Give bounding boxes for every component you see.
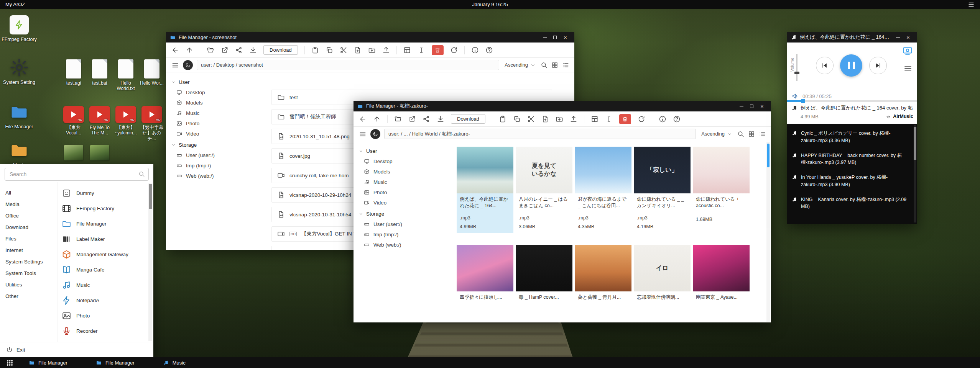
copy-icon[interactable] [326, 46, 333, 54]
playlist-scrollbar[interactable] [914, 125, 916, 222]
sort-dropdown[interactable]: Ascending [503, 62, 537, 68]
taskbar-task[interactable]: File Manager [23, 357, 73, 368]
file-tile[interactable]: イロ 忘却廃慨仕傍演隅... [634, 245, 691, 315]
minimize-button[interactable] [539, 32, 550, 43]
file-tile[interactable]: 「寂しい」 命に嫌われている _ _ カンザキイオリ... .mp3 4.19M… [634, 147, 691, 233]
titlebar[interactable]: 例えば、今此処に置かれた花に _ 164 c... × [787, 32, 917, 43]
volume-up-button[interactable] [794, 46, 799, 51]
desktop-media-file[interactable] [61, 145, 86, 160]
app-item[interactable]: Management Gateway [62, 247, 148, 262]
search-input[interactable] [5, 168, 149, 181]
close-button[interactable]: × [903, 32, 913, 43]
help-icon[interactable] [673, 115, 681, 123]
sidebar-section-storage[interactable]: Storage [359, 211, 454, 217]
app-item[interactable]: Photo [62, 308, 148, 323]
sidebar-item[interactable]: Web (web:/) [359, 240, 454, 250]
maximize-button[interactable] [747, 101, 757, 111]
maximize-button[interactable] [550, 32, 560, 43]
sidebar-section-user[interactable]: User [171, 79, 266, 85]
category-item[interactable]: System Tools [5, 267, 58, 279]
category-item[interactable]: Internet [5, 244, 58, 256]
up-button[interactable] [373, 115, 381, 123]
copy-icon[interactable] [513, 115, 521, 123]
file-tile[interactable]: 君が夜の海に還るまで _ こんにちは谷田... .mp3 4.35MB [575, 147, 631, 233]
sidebar-toggle-icon[interactable] [171, 61, 179, 69]
airmusic-badge[interactable]: AirMusic [886, 114, 913, 119]
file-tile[interactable]: 夏を見て いるかな 八月のレイニー _ はるまきごはん co... .mp3 3… [516, 147, 572, 233]
grid-view-icon[interactable] [748, 131, 755, 137]
new-folder-icon[interactable] [556, 115, 563, 123]
sidebar-item[interactable]: Video [359, 198, 454, 208]
search-icon[interactable] [541, 62, 548, 69]
up-button[interactable] [186, 46, 193, 54]
desktop-file[interactable]: Hello World.txt [113, 59, 138, 92]
new-folder-icon[interactable] [368, 46, 376, 54]
delete-button[interactable] [432, 45, 444, 55]
exit-button[interactable]: Exit [0, 342, 153, 357]
desktop-media-file[interactable] [113, 145, 138, 160]
category-item[interactable]: System Settings [5, 256, 58, 267]
sidebar-item[interactable]: Video [171, 129, 266, 139]
seek-bar[interactable] [787, 100, 917, 102]
file-tile[interactable]: 四季折々に擡頭し... [457, 245, 513, 315]
upload-icon[interactable] [382, 46, 390, 54]
sidebar-item[interactable]: Music [359, 177, 454, 187]
playlist-item[interactable]: HAPPY BIRTHDAY _ back number cover. by 柘… [787, 148, 917, 170]
app-item[interactable]: Dummy [62, 185, 148, 201]
category-item[interactable]: Download [5, 221, 58, 233]
app-item[interactable]: FFmpeg Factory [62, 201, 148, 216]
sidebar-item[interactable]: Music [171, 108, 266, 118]
previous-button[interactable] [816, 57, 834, 74]
sidebar-item[interactable]: tmp (tmp:/) [359, 229, 454, 240]
app-item[interactable]: Manga Cafe [62, 262, 148, 277]
volume-handle[interactable] [794, 72, 799, 74]
sidebar-toggle-icon[interactable] [359, 130, 367, 138]
playlist-item[interactable]: KING _ Kanaria cover. by 柘榴-zakuro-.mp3 … [787, 192, 917, 214]
rename-icon[interactable] [418, 46, 425, 54]
category-item[interactable]: Other [5, 290, 58, 302]
sidebar-item[interactable]: Desktop [171, 87, 266, 98]
desktop-file[interactable]: test.bat [87, 59, 112, 92]
help-icon[interactable] [485, 46, 493, 54]
app-item[interactable]: File Manager [62, 216, 148, 231]
paste-icon[interactable] [499, 115, 506, 123]
list-view-icon[interactable] [562, 62, 569, 69]
file-tile[interactable]: 例えば、今此処に置かれた花に _ 164... .mp3 4.99MB [457, 147, 513, 233]
sidebar-section-storage[interactable]: Storage [171, 142, 266, 148]
category-item[interactable]: Files [5, 233, 58, 244]
sidebar-item[interactable]: Models [171, 98, 266, 108]
desktop-shortcut-ffmpeg[interactable]: FFmpeg Factory [1, 15, 37, 43]
app-item[interactable]: System Setting [62, 339, 148, 342]
info-icon[interactable] [471, 46, 479, 54]
info-icon[interactable] [659, 115, 666, 123]
open-icon[interactable] [207, 46, 214, 54]
desktop-shortcut-system-setting[interactable]: System Setting [1, 57, 37, 86]
file-tile[interactable]: 薔と薔薇 _ 青丹月... [575, 245, 631, 315]
delete-button[interactable] [619, 114, 631, 124]
theme-toggle-button[interactable] [370, 129, 380, 139]
back-button[interactable] [359, 115, 367, 123]
sidebar-item[interactable]: Photo [359, 187, 454, 198]
desktop-media-file[interactable] [87, 145, 112, 160]
volume-slider[interactable] [796, 54, 797, 81]
player-menu-button[interactable] [903, 64, 913, 73]
download-button[interactable]: Download [263, 45, 298, 55]
app-launcher-icon[interactable] [6, 359, 13, 366]
category-item[interactable]: Media [5, 198, 58, 210]
desktop-video-file[interactable]: HD 【東方Vocal... [61, 106, 86, 141]
file-tile[interactable]: 幽霊東京 _ Ayase... [693, 245, 750, 315]
category-item[interactable]: All [5, 187, 58, 198]
sidebar-item[interactable]: User (user:/) [359, 219, 454, 229]
list-view-icon[interactable] [759, 131, 766, 137]
playlist-item[interactable]: In Your Hands _ yusukeP cover. by 柘榴-zak… [787, 170, 917, 192]
cast-button[interactable] [903, 46, 913, 56]
minimize-button[interactable] [736, 101, 747, 111]
sidebar-item[interactable]: User (user:/) [171, 150, 266, 160]
rename-icon[interactable] [605, 115, 613, 123]
taskbar-task[interactable]: File Manager [90, 357, 140, 368]
pause-button[interactable] [840, 54, 862, 77]
playlist-item[interactable]: Cynic _ ポリスピカデリー cover. by 柘榴-zakuro-.mp… [787, 126, 917, 148]
seek-handle[interactable] [801, 99, 805, 103]
download-icon[interactable] [249, 46, 257, 54]
topbar-menu-icon[interactable] [968, 1, 975, 8]
